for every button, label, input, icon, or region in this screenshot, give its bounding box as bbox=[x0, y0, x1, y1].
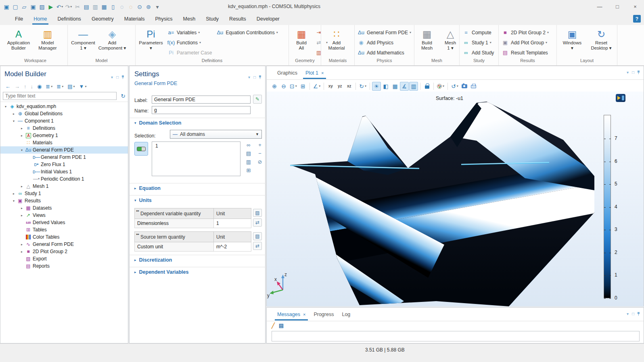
float-panel-icon[interactable]: □ bbox=[253, 75, 256, 79]
component-select[interactable]: —Component1 ▾ bbox=[69, 27, 98, 51]
parameters-button[interactable]: PiParameters▾ bbox=[136, 27, 165, 51]
float-panel-icon[interactable]: □ bbox=[632, 312, 634, 316]
menu-tab-results[interactable]: Results bbox=[224, 14, 251, 25]
tree-item-materials[interactable]: ∷Materials bbox=[0, 139, 128, 146]
tab-log[interactable]: Log bbox=[338, 308, 354, 320]
windows-button[interactable]: ▣Windows▾ bbox=[558, 27, 587, 51]
tree-expander-icon[interactable]: ▾ bbox=[3, 105, 8, 108]
tree-item-definitions[interactable]: ▸≡Definitions bbox=[0, 125, 128, 132]
tree-item-component-1[interactable]: ▾—Component 1 bbox=[0, 117, 128, 125]
tree-item-initial-values-1[interactable]: ᴅ—Initial Values 1 bbox=[0, 168, 128, 175]
edit-quantity-button[interactable]: ▨ bbox=[253, 232, 262, 240]
tree-item-mesh-1[interactable]: ▸△Mesh 1 bbox=[0, 183, 128, 190]
tree-item-views[interactable]: ▸↗Views bbox=[0, 212, 128, 219]
color-legend-button[interactable]: ▥ bbox=[409, 82, 418, 91]
add-study-button[interactable]: ∞Add Study bbox=[460, 48, 496, 58]
search-button[interactable]: ⊚ bbox=[144, 2, 153, 12]
tree-expander-icon[interactable]: ▸ bbox=[19, 206, 25, 210]
float-panel-icon[interactable]: □ bbox=[116, 75, 119, 79]
update-scene-button[interactable]: ↺▾ bbox=[450, 82, 460, 91]
new-file-button[interactable]: ▢ bbox=[11, 2, 19, 12]
name-field[interactable] bbox=[152, 106, 251, 114]
plot-group-select[interactable]: ■2D Plot Group 2▾ bbox=[500, 27, 551, 37]
build-all-button[interactable]: ▦BuildAll bbox=[290, 27, 313, 51]
close-button[interactable]: × bbox=[626, 0, 644, 13]
clear-messages-button[interactable]: ╱ bbox=[272, 322, 275, 329]
panel-menu-icon[interactable]: ▾ bbox=[248, 75, 250, 79]
copy-selection-button[interactable]: ▤ bbox=[244, 150, 253, 157]
tree-item-derived-values[interactable]: 8.85Derived Values bbox=[0, 219, 128, 226]
axis-orientation-button[interactable]: ∡ bbox=[400, 82, 409, 91]
messages-text-area[interactable] bbox=[272, 331, 640, 341]
functions-button[interactable]: f(x)Functions▾ bbox=[165, 37, 214, 48]
pin-panel-icon[interactable] bbox=[259, 75, 261, 77]
add-to-selection-button[interactable]: + bbox=[255, 141, 264, 149]
menu-tab-developer[interactable]: Developer bbox=[251, 14, 285, 25]
tree-expander-icon[interactable]: ▸ bbox=[19, 185, 25, 188]
menu-tab-definitions[interactable]: Definitions bbox=[52, 14, 86, 25]
menu-tab-study[interactable]: Study bbox=[201, 14, 224, 25]
panel-menu-icon[interactable]: ▾ bbox=[627, 312, 629, 316]
quantity-cell[interactable]: Dimensionless bbox=[135, 219, 214, 228]
find-button[interactable]: ⊙ bbox=[136, 2, 144, 12]
selection-listbox[interactable]: 1 bbox=[152, 141, 240, 176]
save-button[interactable]: ▣ bbox=[29, 2, 37, 12]
float-panel-icon[interactable]: □ bbox=[632, 70, 634, 75]
close-tab-icon[interactable]: × bbox=[321, 71, 324, 75]
tree-item-global-definitions[interactable]: ▸⊕Global Definitions bbox=[0, 110, 128, 117]
open-messages-table-button[interactable]: ▤ bbox=[279, 322, 284, 329]
zoom-extents-button[interactable]: ⊞ bbox=[299, 82, 307, 91]
tab-progress[interactable]: Progress bbox=[309, 308, 338, 320]
section-units[interactable]: ▾ Units bbox=[134, 198, 152, 203]
delete-button[interactable]: ▯ bbox=[109, 2, 117, 12]
tree-item-color-tables[interactable]: Color Tables bbox=[0, 233, 128, 241]
copy-button[interactable]: ▤ bbox=[82, 2, 90, 12]
study-select[interactable]: ∞Study 1▾ bbox=[460, 37, 496, 48]
image-snapshot-button[interactable] bbox=[460, 82, 469, 91]
paste-selection-button[interactable]: ▥ bbox=[244, 158, 253, 166]
tree-expander-icon[interactable]: ▸ bbox=[11, 192, 17, 196]
quantity-cell[interactable]: Custom unit bbox=[135, 242, 214, 252]
open-file-button[interactable]: ▱ bbox=[20, 2, 28, 12]
move-up-button[interactable]: ↑ bbox=[22, 83, 28, 90]
color-theme-button[interactable]: ▾ bbox=[436, 82, 445, 91]
refresh-icon[interactable]: ↻ bbox=[119, 92, 127, 100]
unit-cell[interactable]: 1 bbox=[214, 219, 251, 228]
go-to-xy-view-button[interactable]: xy bbox=[326, 82, 335, 91]
tree-expander-icon[interactable]: ▾ bbox=[11, 199, 17, 203]
build-mesh-button[interactable]: ▦BuildMesh bbox=[415, 27, 439, 51]
duplicate-button[interactable]: ▦ bbox=[100, 2, 108, 12]
qat-customize-button[interactable]: ▾ bbox=[153, 2, 161, 12]
go-to-yz-view-button[interactable]: yz bbox=[335, 82, 344, 91]
lock-camera-button[interactable] bbox=[422, 82, 431, 91]
maximize-button[interactable]: □ bbox=[608, 0, 626, 13]
change-unit-button[interactable]: ⇄ bbox=[253, 218, 262, 227]
parameter-case-button[interactable]: PiParameter Case bbox=[165, 48, 214, 58]
zoom-in-button[interactable]: ⊕ bbox=[270, 82, 279, 91]
default-3d-view-button[interactable]: ∠▾ bbox=[312, 82, 322, 91]
collapse-all-button[interactable]: ≣▾ bbox=[55, 83, 65, 90]
change-unit-button[interactable]: ⇄ bbox=[253, 242, 262, 250]
section-domain-selection[interactable]: ▾ Domain Selection bbox=[134, 120, 181, 126]
show-grid-button[interactable]: ▦ bbox=[391, 82, 399, 91]
variables-button[interactable]: a=Variables▾ bbox=[165, 27, 214, 37]
tree-item-general-form-pde-1[interactable]: ᴅ—General Form PDE 1 bbox=[0, 154, 128, 161]
tree-item-export[interactable]: ▧Export bbox=[0, 255, 128, 262]
reset-desktop-button[interactable]: ↻ResetDesktop ▾ bbox=[587, 27, 616, 51]
filter-tree-button[interactable]: ▼▾ bbox=[77, 83, 88, 90]
tree-expander-icon[interactable]: ▾ bbox=[19, 148, 25, 152]
menu-tab-materials[interactable]: Materials bbox=[119, 14, 150, 25]
menu-tab-file[interactable]: File bbox=[10, 14, 28, 25]
menu-tab-mesh[interactable]: Mesh bbox=[178, 14, 201, 25]
deselect-box-button[interactable]: ◌ bbox=[127, 2, 135, 12]
paste-button[interactable]: ▥ bbox=[91, 2, 99, 12]
physics-interface-select[interactable]: ΔuGeneral Form PDE▾ bbox=[355, 27, 414, 37]
pin-panel-icon[interactable] bbox=[122, 75, 124, 77]
scene-light-button[interactable]: ☀ bbox=[372, 82, 381, 91]
tree-expander-icon[interactable]: ▸ bbox=[11, 112, 17, 116]
rename-button[interactable]: ✎ bbox=[253, 95, 262, 104]
remove-from-selection-button[interactable]: − bbox=[255, 150, 264, 157]
mesh-select[interactable]: △Mesh1 ▾ bbox=[439, 27, 462, 51]
create-selection-button[interactable]: ∞ bbox=[244, 141, 253, 149]
save-to-recovery-button[interactable]: ▨ bbox=[38, 2, 46, 12]
